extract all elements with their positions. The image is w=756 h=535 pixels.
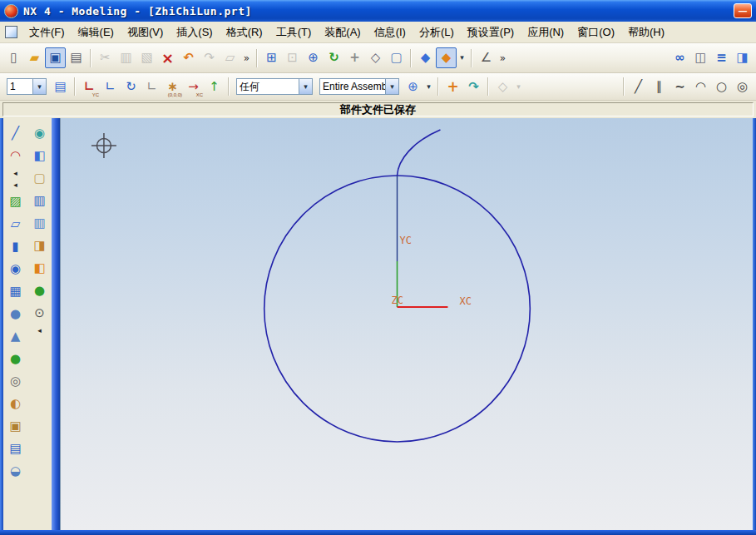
groove-button[interactable]: ◒ xyxy=(5,461,26,482)
new-button[interactable]: ▯ xyxy=(3,47,24,68)
layer-visibility-button[interactable]: ≡ xyxy=(711,47,732,68)
wireframe-style-button[interactable]: ▢ xyxy=(29,168,50,189)
part-navigator-button[interactable]: ▥ xyxy=(29,191,50,211)
datum-plane-button[interactable]: ▱ xyxy=(5,214,26,235)
boss-button[interactable]: ◐ xyxy=(5,394,26,414)
view-style-dropdown[interactable]: ▾ xyxy=(457,47,467,68)
visualization-button[interactable]: ◨ xyxy=(732,47,753,68)
selection-filter-combo[interactable]: 任何 ▾ xyxy=(236,78,313,95)
menu-help[interactable]: 帮助(H) xyxy=(621,22,671,42)
parallel-line-button[interactable]: ∥ xyxy=(649,77,670,97)
sphere-button[interactable]: ● xyxy=(5,349,26,369)
find-feature-button[interactable]: ⊙ xyxy=(29,303,50,324)
selection-scope-combo[interactable]: Entire Assemb ▾ xyxy=(319,78,399,95)
menu-assemblies[interactable]: 装配(A) xyxy=(318,22,367,42)
move-object-button[interactable]: ◇ xyxy=(492,77,513,97)
wireframe-view-button[interactable]: ▢ xyxy=(386,47,407,68)
cylinder-button[interactable]: ● xyxy=(5,304,26,324)
paste-button[interactable]: ▧ xyxy=(136,47,157,68)
menu-information[interactable]: 信息(I) xyxy=(368,22,413,42)
wcs-dynamics-button[interactable]: ∟ YC xyxy=(79,77,100,97)
layer-settings-button[interactable]: ▤ xyxy=(50,77,71,97)
menu-insert[interactable]: 插入(S) xyxy=(170,22,219,42)
redo-button[interactable]: ↷ xyxy=(199,47,220,68)
graphics-window[interactable]: YC ZC XC xyxy=(60,118,753,530)
shaded-style-button[interactable]: ◧ xyxy=(29,146,50,166)
line-button[interactable]: ╱ xyxy=(628,77,649,97)
chevron-down-icon[interactable]: ▾ xyxy=(32,79,46,94)
binoculars-button[interactable]: ∞ xyxy=(670,47,690,68)
toolbar-overflow-icon[interactable]: » xyxy=(240,47,253,68)
hole-button[interactable]: ◎ xyxy=(5,371,26,392)
fit-view-button[interactable]: ⊞ xyxy=(261,47,282,68)
block-button[interactable]: ▦ xyxy=(5,281,26,302)
cut-button[interactable]: ✂ xyxy=(95,47,116,68)
measure-button[interactable]: ∠ xyxy=(476,47,497,68)
pad-button[interactable]: ▤ xyxy=(5,438,26,459)
point-constructor-button[interactable]: + xyxy=(442,77,463,97)
zoom-button[interactable]: ⊕ xyxy=(303,47,324,68)
title-bar[interactable]: NX 4 - Modeling - [ZhiChiLun.prt] — xyxy=(0,0,756,22)
toolbar-overflow-icon[interactable]: » xyxy=(497,47,509,68)
save-button[interactable]: ▣ xyxy=(45,47,66,68)
arc-button[interactable]: ◠ xyxy=(690,77,711,97)
spline-button[interactable]: ∼ xyxy=(670,77,690,97)
display-mode-button[interactable]: ◫ xyxy=(690,47,711,68)
zoom-window-button[interactable]: ⊡ xyxy=(282,47,303,68)
menu-view[interactable]: 视图(V) xyxy=(121,22,170,42)
collapse-left-icon[interactable]: ◂ xyxy=(5,168,26,178)
pocket-button[interactable]: ▣ xyxy=(5,416,26,437)
sketch-spline[interactable] xyxy=(398,130,441,176)
arc-tool-button[interactable]: ◠ xyxy=(5,146,26,166)
open-button[interactable]: ▰ xyxy=(24,47,45,68)
perspective-button[interactable]: ◇ xyxy=(365,47,386,68)
pan-view-button[interactable]: + xyxy=(344,47,365,68)
intersect-button[interactable]: ● xyxy=(29,280,50,301)
circle-button[interactable]: ○ xyxy=(711,77,732,97)
menu-window[interactable]: 窗口(O) xyxy=(571,22,621,42)
menu-tools[interactable]: 工具(T) xyxy=(269,22,319,42)
subtract-button[interactable]: ◧ xyxy=(29,258,50,279)
menu-file[interactable]: 文件(F) xyxy=(22,22,72,42)
move-object-dropdown[interactable]: ▾ xyxy=(513,77,524,97)
extrude-button[interactable]: ▮ xyxy=(5,236,26,257)
rotate-view-button[interactable]: ↻ xyxy=(324,47,344,68)
chevron-down-icon[interactable]: ▾ xyxy=(385,79,398,94)
wcs-orient-button[interactable]: ∟ xyxy=(141,77,162,97)
orient-view-button[interactable]: ◉ xyxy=(29,123,50,144)
y-axis-button[interactable]: ↑ xyxy=(204,77,225,97)
snap-origin-button[interactable]: ∗ (0,0,0) xyxy=(162,77,183,97)
status-message: 部件文件已保存 xyxy=(2,102,754,116)
paste-special-button[interactable]: ▱ xyxy=(220,47,240,68)
print-button[interactable]: ▤ xyxy=(66,47,86,68)
wcs-origin-button[interactable]: ∟ xyxy=(100,77,121,97)
curve-tool-button[interactable]: ╱ xyxy=(5,123,26,144)
collapse-left-icon[interactable]: ◂ xyxy=(29,325,50,335)
x-axis-button[interactable]: → XC xyxy=(183,77,204,97)
collapse-left-icon[interactable]: ◂ xyxy=(5,180,26,190)
assembly-navigator-button[interactable]: ▥ xyxy=(29,213,50,234)
work-layer-combo[interactable]: 1 ▾ xyxy=(7,78,47,95)
revolve-button[interactable]: ◉ xyxy=(5,259,26,280)
menu-preferences[interactable]: 预设置(P) xyxy=(461,22,521,42)
circle-center-button[interactable]: ◎ xyxy=(732,77,753,97)
face-analysis-button[interactable]: ◆ xyxy=(436,47,457,68)
shaded-view-button[interactable]: ◆ xyxy=(415,47,436,68)
cone-button[interactable]: ▲ xyxy=(5,326,26,347)
orbit-button[interactable]: ↷ xyxy=(463,77,484,97)
add-component-button[interactable]: ⊕ xyxy=(403,77,423,97)
undo-button[interactable]: ↶ xyxy=(178,47,199,68)
wcs-rotate-button[interactable]: ↻ xyxy=(121,77,141,97)
menu-analysis[interactable]: 分析(L) xyxy=(413,22,461,42)
unite-button[interactable]: ◨ xyxy=(29,235,50,256)
menu-application[interactable]: 应用(N) xyxy=(521,22,571,42)
chevron-down-icon[interactable]: ▾ xyxy=(299,79,312,94)
menu-format[interactable]: 格式(R) xyxy=(220,22,269,42)
add-component-dropdown[interactable]: ▾ xyxy=(423,77,434,97)
copy-button[interactable]: ▥ xyxy=(116,47,136,68)
sketch-button[interactable]: ▨ xyxy=(5,191,26,212)
delete-button[interactable]: × xyxy=(157,47,178,68)
xc-label: XC xyxy=(459,295,471,307)
window-control-button[interactable]: — xyxy=(734,3,752,18)
menu-edit[interactable]: 编辑(E) xyxy=(72,22,121,42)
